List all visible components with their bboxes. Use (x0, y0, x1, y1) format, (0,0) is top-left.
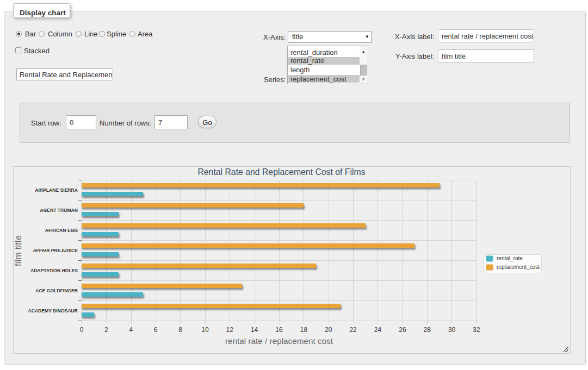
svg-text:rental rate / replacement cost: rental rate / replacement cost (225, 336, 333, 346)
svg-text:14: 14 (251, 326, 258, 334)
svg-text:0: 0 (80, 326, 84, 334)
svg-text:24: 24 (374, 326, 382, 334)
svg-text:4: 4 (129, 326, 133, 334)
svg-text:ACADEMY DINOSAUR: ACADEMY DINOSAUR (28, 308, 78, 313)
svg-text:2: 2 (104, 326, 108, 334)
svg-text:6: 6 (154, 326, 158, 334)
svg-text:32: 32 (473, 326, 480, 334)
svg-text:AIRPLANE SIERRA: AIRPLANE SIERRA (35, 187, 78, 193)
svg-text:12: 12 (226, 326, 234, 334)
svg-text:22: 22 (349, 326, 357, 334)
svg-text:10: 10 (201, 326, 209, 334)
svg-text:16: 16 (275, 326, 283, 334)
svg-text:AFRICAN EGG: AFRICAN EGG (45, 228, 78, 233)
svg-text:8: 8 (178, 326, 182, 334)
svg-text:AGENT TRUMAN: AGENT TRUMAN (40, 208, 78, 213)
svg-text:20: 20 (325, 326, 332, 334)
svg-text:26: 26 (399, 326, 406, 334)
svg-text:ACE GOLDFINGER: ACE GOLDFINGER (35, 288, 78, 293)
svg-text:film title: film title (14, 235, 23, 266)
svg-text:Rental Rate and Replacement Co: Rental Rate and Replacement Cost of Film… (197, 167, 365, 177)
svg-text:18: 18 (300, 326, 308, 334)
svg-text:replacement_cost: replacement_cost (497, 264, 540, 270)
svg-text:rental_rate: rental_rate (497, 255, 523, 261)
svg-text:ADAPTATION HOLES: ADAPTATION HOLES (30, 268, 78, 273)
svg-text:AFFAIR PREJUDICE: AFFAIR PREJUDICE (33, 248, 78, 253)
svg-text:30: 30 (448, 326, 456, 334)
svg-text:28: 28 (424, 326, 431, 334)
